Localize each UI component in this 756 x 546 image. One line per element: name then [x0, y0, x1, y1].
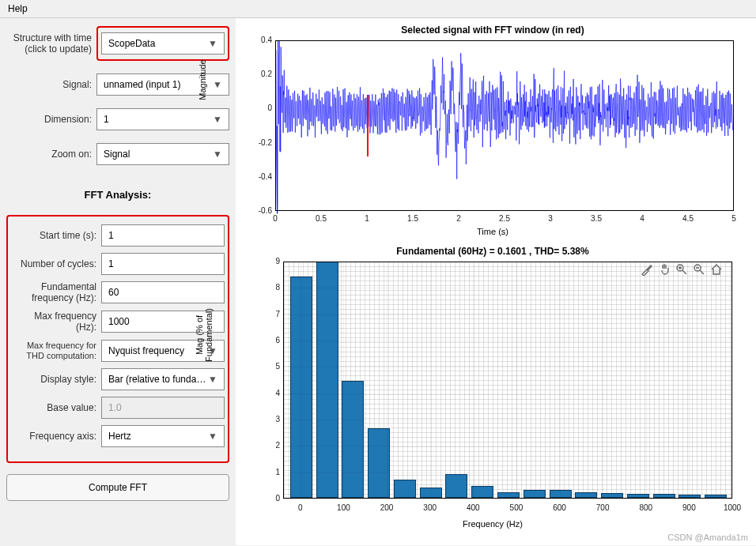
y-tick: 6	[270, 336, 280, 345]
home-icon[interactable]	[710, 263, 723, 276]
structure-value: ScopeData	[108, 38, 155, 49]
zoom-out-icon[interactable]	[693, 263, 705, 276]
zoom-row: Zoom on: Signal ▼	[6, 143, 229, 165]
fft-bar	[394, 480, 416, 498]
fft-bar	[705, 495, 727, 498]
disp-style-value: Bar (relative to funda…	[108, 374, 206, 385]
grid-line	[283, 446, 732, 446]
fft-bar	[601, 493, 623, 498]
start-time-label: Start time (s):	[11, 230, 96, 241]
zoom-value: Signal	[104, 149, 130, 160]
fft-bar	[290, 277, 312, 498]
x-tick: 2	[451, 214, 467, 223]
x-tick: 100	[332, 503, 354, 512]
grid-line	[283, 367, 732, 367]
fft-bar	[445, 474, 467, 498]
disp-style-label: Display style:	[11, 374, 96, 385]
signal-label: Signal:	[6, 79, 92, 90]
x-tick: 400	[462, 503, 484, 512]
fund-freq-row: Fundamental frequency (Hz): 60	[11, 281, 225, 304]
grid-line	[387, 262, 387, 499]
x-tick: 4	[634, 214, 650, 223]
x-tick: 200	[376, 503, 398, 512]
start-time-input[interactable]: 1	[101, 224, 225, 247]
y-tick: 7	[270, 310, 280, 318]
y-tick: 1	[270, 468, 280, 476]
signal-plot-xlabel: Time (s)	[477, 227, 508, 236]
y-tick: 0.2	[251, 70, 272, 78]
grid-line	[283, 288, 732, 288]
pan-icon[interactable]	[658, 263, 671, 276]
signal-row: Signal: unnamed (input 1) ▼	[6, 73, 229, 96]
compute-fft-button[interactable]: Compute FFT	[6, 474, 229, 501]
structure-label: Structure with time (click to update)	[6, 32, 92, 55]
ncycles-value: 1	[108, 258, 114, 269]
chevron-down-icon: ▼	[208, 431, 217, 442]
signal-plot-axes	[275, 40, 734, 211]
y-tick: 0	[251, 104, 272, 112]
max-freq-row: Max frequency (Hz): 1000	[11, 311, 225, 333]
fft-bar-plot[interactable]: Fundamental (60Hz) = 0.1601 , THD= 5.38%…	[239, 246, 747, 530]
signal-plot[interactable]: Selected signal with FFT window (in red)…	[239, 24, 747, 238]
dimension-label: Dimension:	[6, 114, 92, 125]
menu-help[interactable]: Help	[5, 2, 31, 16]
grid-line	[603, 262, 603, 499]
signal-dropdown[interactable]: unnamed (input 1) ▼	[96, 73, 229, 96]
dimension-value: 1	[104, 114, 109, 125]
dimension-row: Dimension: 1 ▼	[6, 108, 229, 130]
x-tick: 1000	[721, 503, 743, 512]
x-tick: 3.5	[588, 214, 604, 223]
right-panel: Selected signal with FFT window (in red)…	[236, 18, 756, 545]
max-thd-row: Max frequency for THD computation: Nyqui…	[11, 340, 225, 362]
y-tick: 8	[270, 283, 280, 292]
ncycles-label: Number of cycles:	[11, 258, 96, 269]
chevron-down-icon: ▼	[213, 114, 222, 125]
ncycles-input[interactable]: 1	[101, 253, 225, 275]
x-tick: 700	[592, 503, 614, 512]
freq-axis-row: Frequency axis: Hertz ▼	[11, 425, 225, 447]
y-tick: -0.4	[251, 172, 272, 181]
disp-style-row: Display style: Bar (relative to funda… ▼	[11, 368, 225, 390]
fft-bar	[653, 494, 675, 498]
start-time-row: Start time (s): 1	[11, 224, 225, 247]
brush-icon[interactable]	[641, 263, 653, 276]
base-value-value: 1.0	[108, 402, 122, 413]
freq-axis-label: Frequency axis:	[11, 431, 96, 442]
x-tick: 0	[289, 503, 312, 512]
fft-bar	[575, 492, 597, 498]
y-tick: 9	[270, 257, 280, 265]
x-tick: 4.5	[680, 214, 696, 223]
x-tick: 0	[267, 214, 283, 223]
x-tick: 300	[419, 503, 441, 512]
grid-line	[516, 262, 517, 499]
grid-line	[283, 393, 732, 394]
signal-plot-title: Selected signal with FFT window (in red)	[239, 24, 747, 36]
signal-value: unnamed (input 1)	[104, 79, 180, 90]
zoom-dropdown[interactable]: Signal ▼	[96, 143, 229, 165]
grid-line	[283, 499, 732, 499]
menubar: Help	[0, 0, 756, 18]
fft-plot-ylabel: Mag (% of Fundamental)	[195, 288, 214, 382]
y-tick: 0.4	[251, 36, 272, 44]
dimension-dropdown[interactable]: 1 ▼	[96, 108, 229, 130]
fft-bar	[471, 486, 493, 498]
fft-bars	[284, 262, 731, 498]
y-tick: 5	[270, 362, 280, 371]
grid-line	[560, 262, 561, 499]
grid-line	[301, 262, 301, 499]
max-freq-label: Max frequency (Hz):	[11, 311, 96, 333]
max-thd-label: Max frequency for THD computation:	[11, 341, 96, 360]
structure-row: Structure with time (click to update) Sc…	[6, 26, 229, 61]
grid-line	[689, 262, 690, 499]
structure-dropdown-highlight: ScopeData ▼	[96, 26, 229, 61]
y-tick: -0.2	[251, 138, 272, 147]
zoom-in-icon[interactable]	[675, 263, 688, 276]
base-value-label: Base value:	[11, 402, 96, 413]
signal-waveform	[276, 41, 733, 217]
fft-bar	[550, 490, 572, 498]
x-tick: 5	[726, 214, 742, 223]
grid-line	[283, 262, 732, 262]
grid-line	[283, 420, 732, 420]
fft-plot-title: Fundamental (60Hz) = 0.1601 , THD= 5.38%	[239, 246, 747, 257]
freq-axis-dropdown[interactable]: Hertz ▼	[101, 425, 225, 447]
